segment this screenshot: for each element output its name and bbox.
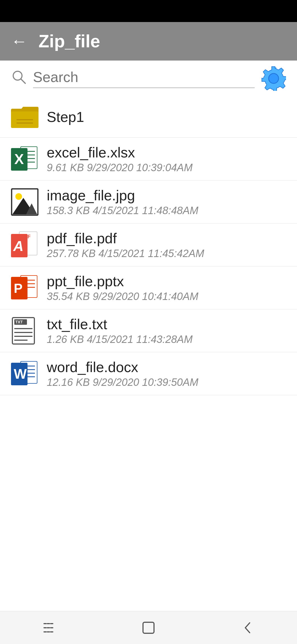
folder-icon bbox=[11, 103, 38, 131]
svg-rect-51 bbox=[143, 622, 154, 633]
list-item[interactable]: image_file.jpg 158.3 KB 4/15/2021 11:48:… bbox=[0, 181, 297, 223]
header-title: Zip_file bbox=[38, 31, 100, 51]
file-info: image_file.jpg 158.3 KB 4/15/2021 11:48:… bbox=[47, 187, 286, 217]
file-info: ppt_file.pptx 35.54 KB 9/29/2020 10:41:4… bbox=[47, 273, 286, 302]
excel-icon: X bbox=[11, 145, 38, 173]
svg-point-3 bbox=[269, 73, 279, 83]
recent-button[interactable] bbox=[38, 617, 61, 639]
back-button[interactable] bbox=[237, 617, 258, 639]
list-item[interactable]: X excel_file.xlsx 9.61 KB 9/29/2020 10:3… bbox=[0, 138, 297, 181]
back-button[interactable]: ← bbox=[11, 33, 28, 50]
file-meta: 158.3 KB 4/15/2021 11:48:48AM bbox=[47, 205, 286, 217]
bottom-nav bbox=[0, 611, 297, 644]
file-meta: 12.16 KB 9/29/2020 10:39:50AM bbox=[47, 376, 286, 388]
list-item[interactable]: TXT txt_file.txt 1.26 KB 4/15/2021 11:43… bbox=[0, 309, 297, 352]
svg-text:P: P bbox=[14, 281, 23, 296]
search-input-wrap[interactable] bbox=[33, 69, 255, 88]
file-meta: 9.61 KB 9/29/2020 10:39:04AM bbox=[47, 162, 286, 174]
ppt-icon: P bbox=[11, 274, 38, 302]
svg-point-15 bbox=[15, 193, 22, 200]
svg-text:X: X bbox=[14, 151, 24, 167]
file-name: Step1 bbox=[47, 109, 286, 125]
file-name: pdf_file.pdf bbox=[47, 230, 286, 247]
txt-icon: TXT bbox=[11, 317, 38, 345]
file-name: word_file.docx bbox=[47, 359, 286, 375]
file-name: txt_file.txt bbox=[47, 316, 286, 332]
file-meta: 257.78 KB 4/15/2021 11:45:42AM bbox=[47, 248, 286, 260]
list-item[interactable]: W word_file.docx 12.16 KB 9/29/2020 10:3… bbox=[0, 352, 297, 395]
list-item[interactable]: Step1 bbox=[0, 96, 297, 138]
gear-icon[interactable] bbox=[261, 66, 286, 91]
search-icon bbox=[11, 69, 26, 88]
search-bar bbox=[0, 61, 297, 96]
svg-text:TXT: TXT bbox=[15, 320, 23, 324]
list-item[interactable]: P ppt_file.pptx 35.54 KB 9/29/2020 10:41… bbox=[0, 266, 297, 309]
file-info: pdf_file.pdf 257.78 KB 4/15/2021 11:45:4… bbox=[47, 230, 286, 260]
file-info: excel_file.xlsx 9.61 KB 9/29/2020 10:39:… bbox=[47, 144, 286, 174]
file-info: Step1 bbox=[47, 109, 286, 125]
home-button[interactable] bbox=[138, 617, 160, 639]
svg-text:A: A bbox=[13, 238, 24, 254]
status-bar bbox=[0, 0, 297, 22]
file-info: word_file.docx 12.16 KB 9/29/2020 10:39:… bbox=[47, 359, 286, 388]
pdf-icon: PDF A bbox=[11, 231, 38, 259]
search-input[interactable] bbox=[33, 69, 255, 85]
file-list: Step1 X excel_file.xlsx 9.61 KB 9/29/202… bbox=[0, 96, 297, 611]
file-meta: 35.54 KB 9/29/2020 10:41:40AM bbox=[47, 291, 286, 302]
word-icon: W bbox=[11, 360, 38, 388]
file-name: ppt_file.pptx bbox=[47, 273, 286, 290]
file-name: excel_file.xlsx bbox=[47, 144, 286, 161]
svg-line-1 bbox=[21, 79, 25, 83]
svg-text:W: W bbox=[14, 366, 27, 382]
header: ← Zip_file bbox=[0, 22, 297, 61]
list-item[interactable]: PDF A pdf_file.pdf 257.78 KB 4/15/2021 1… bbox=[0, 223, 297, 266]
image-icon bbox=[11, 188, 38, 216]
file-name: image_file.jpg bbox=[47, 187, 286, 204]
file-info: txt_file.txt 1.26 KB 4/15/2021 11:43:28A… bbox=[47, 316, 286, 345]
file-meta: 1.26 KB 4/15/2021 11:43:28AM bbox=[47, 334, 286, 345]
